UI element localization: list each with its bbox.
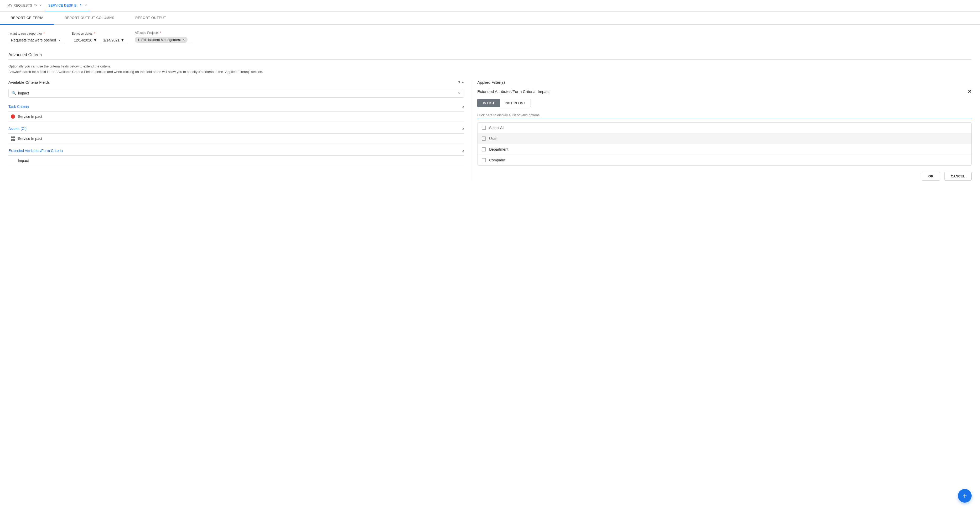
- required-marker: *: [43, 32, 45, 35]
- option-company[interactable]: Company: [477, 155, 971, 165]
- options-input[interactable]: [477, 111, 972, 119]
- extended-attributes-header[interactable]: Extended Attributes/Form Criteria ∧: [8, 146, 465, 156]
- tab-my-requests-label: MY REQUESTS: [7, 3, 32, 7]
- option-department[interactable]: Department: [477, 144, 971, 155]
- tab-service-desk-bi-label: SERVICE DESK BI: [48, 3, 78, 7]
- report-for-arrow: ▼: [58, 39, 60, 42]
- date-from-select[interactable]: 12/14/2020 ▼: [72, 36, 99, 44]
- date-to-arrow: ▼: [121, 38, 124, 42]
- service-impact-task-label: Service Impact: [18, 114, 42, 119]
- required-marker-2: *: [94, 32, 95, 35]
- option-select-all[interactable]: Select All: [477, 122, 971, 133]
- assets-ci-title: Assets (CI): [8, 127, 27, 131]
- option-user-label: User: [489, 136, 497, 141]
- search-box: 🔍 ✕: [8, 89, 465, 98]
- right-panel: Applied Filter(s) Extended Attributes/Fo…: [471, 80, 972, 181]
- checkbox-select-all[interactable]: [482, 126, 486, 130]
- sort-up-icon[interactable]: ▲: [461, 80, 465, 84]
- list-type-buttons: IN LIST NOT IN LIST: [477, 99, 972, 107]
- tag-container: 1. ITIL Incident Management ✕: [135, 36, 192, 44]
- impact-icon: [11, 158, 15, 163]
- criteria-layout: Available Criteria Fields ▼ ▲ 🔍 ✕ Task C…: [8, 80, 972, 181]
- project-tag: 1. ITIL Incident Management ✕: [135, 37, 188, 43]
- option-select-all-label: Select All: [489, 126, 504, 130]
- service-impact-assets-label: Service Impact: [18, 136, 42, 141]
- ext-header: Extended Attributes/Form Criteria: Impac…: [477, 89, 972, 95]
- tab-bar: MY REQUESTS ↻ ✕ SERVICE DESK BI ↻ ✕: [0, 0, 980, 11]
- tab-service-desk-bi[interactable]: SERVICE DESK BI ↻ ✕: [45, 0, 91, 11]
- extended-attributes-chevron: ∧: [462, 149, 465, 152]
- option-user[interactable]: User: [477, 133, 971, 144]
- checkbox-department[interactable]: [482, 147, 486, 151]
- section-divider: [8, 59, 972, 60]
- assets-ci-chevron: ∧: [462, 127, 465, 130]
- affected-projects-group: Affected Projects * 1. ITIL Incident Man…: [135, 31, 192, 44]
- cancel-button[interactable]: CANCEL: [944, 172, 972, 181]
- impact-label: Impact: [18, 159, 29, 163]
- date-from-arrow: ▼: [93, 38, 97, 42]
- ok-button[interactable]: OK: [922, 172, 940, 181]
- options-list: Select All User Department Company: [477, 122, 972, 166]
- criteria-item-service-impact-assets[interactable]: Service Impact: [8, 133, 465, 144]
- red-circle-icon: [11, 114, 15, 119]
- report-for-label: I want to run a report for *: [8, 32, 63, 35]
- tab-report-criteria[interactable]: REPORT CRITERIA: [0, 11, 54, 25]
- required-marker-3: *: [160, 31, 161, 35]
- ext-title: Extended Attributes/Form Criteria: Impac…: [477, 89, 549, 94]
- date-to-select[interactable]: 1/14/2021 ▼: [101, 36, 126, 44]
- task-criteria-title: Task Criteria: [8, 105, 29, 109]
- option-department-label: Department: [489, 147, 508, 151]
- grid-icon: [11, 136, 15, 141]
- right-panel-header: Applied Filter(s): [477, 80, 972, 84]
- tab-service-desk-bi-refresh[interactable]: ↻: [80, 3, 83, 7]
- advanced-criteria-title: Advanced Criteria: [8, 52, 972, 57]
- criteria-section-task: Task Criteria ∧ Service Impact: [8, 102, 465, 122]
- main-content: I want to run a report for * Requests th…: [0, 25, 980, 187]
- between-group: 12/14/2020 ▼ 1/14/2021 ▼: [72, 36, 126, 44]
- criteria-item-service-impact-task[interactable]: Service Impact: [8, 111, 465, 122]
- checkbox-company[interactable]: [482, 158, 486, 162]
- report-for-group: I want to run a report for * Requests th…: [8, 32, 63, 44]
- service-impact-task-icon: [11, 114, 15, 119]
- tab-my-requests[interactable]: MY REQUESTS ↻ ✕: [4, 0, 45, 11]
- service-impact-assets-icon: [11, 136, 15, 141]
- left-panel-header: Available Criteria Fields ▼ ▲: [8, 80, 465, 84]
- tag-close-icon[interactable]: ✕: [182, 38, 185, 42]
- sort-down-icon[interactable]: ▼: [458, 80, 461, 84]
- affected-projects-label: Affected Projects *: [135, 31, 192, 35]
- not-in-list-button[interactable]: NOT IN LIST: [500, 99, 531, 107]
- close-x-icon[interactable]: ✕: [968, 89, 972, 95]
- between-dates-label: Between dates *: [72, 32, 126, 35]
- clear-icon[interactable]: ✕: [458, 91, 461, 95]
- task-criteria-chevron: ∧: [462, 105, 465, 108]
- option-company-label: Company: [489, 158, 505, 162]
- applied-filters-title: Applied Filter(s): [477, 80, 505, 84]
- section-description: Optionally you can use the criteria fiel…: [8, 64, 972, 75]
- checkbox-user[interactable]: [482, 136, 486, 141]
- tab-my-requests-refresh[interactable]: ↻: [34, 3, 37, 7]
- report-for-select[interactable]: Requests that were opened ▼: [8, 36, 63, 44]
- search-input[interactable]: [18, 91, 456, 95]
- criteria-item-impact[interactable]: Impact: [8, 156, 465, 166]
- left-panel: Available Criteria Fields ▼ ▲ 🔍 ✕ Task C…: [8, 80, 471, 181]
- nav-tabs: REPORT CRITERIA REPORT OUTPUT COLUMNS RE…: [0, 11, 980, 25]
- search-icon: 🔍: [12, 91, 16, 95]
- extended-attributes-title: Extended Attributes/Form Criteria: [8, 149, 63, 153]
- sort-icons[interactable]: ▼ ▲: [458, 80, 465, 84]
- tab-report-output[interactable]: REPORT OUTPUT: [125, 11, 177, 25]
- in-list-button[interactable]: IN LIST: [477, 99, 500, 107]
- dialog-actions: OK CANCEL: [477, 170, 972, 181]
- available-criteria-title: Available Criteria Fields: [8, 80, 49, 84]
- criteria-section-assets: Assets (CI) ∧ Service Impact: [8, 124, 465, 144]
- task-criteria-header[interactable]: Task Criteria ∧: [8, 102, 465, 111]
- ext-attributes-panel: Extended Attributes/Form Criteria: Impac…: [477, 89, 972, 181]
- criteria-section-extended: Extended Attributes/Form Criteria ∧ Impa…: [8, 146, 465, 166]
- form-row: I want to run a report for * Requests th…: [8, 31, 972, 44]
- between-dates-group: Between dates * 12/14/2020 ▼ 1/14/2021 ▼: [72, 32, 126, 44]
- assets-ci-header[interactable]: Assets (CI) ∧: [8, 124, 465, 133]
- tab-service-desk-bi-close[interactable]: ✕: [84, 4, 87, 7]
- tab-my-requests-close[interactable]: ✕: [39, 4, 42, 7]
- tab-report-output-columns[interactable]: REPORT OUTPUT COLUMNS: [54, 11, 125, 25]
